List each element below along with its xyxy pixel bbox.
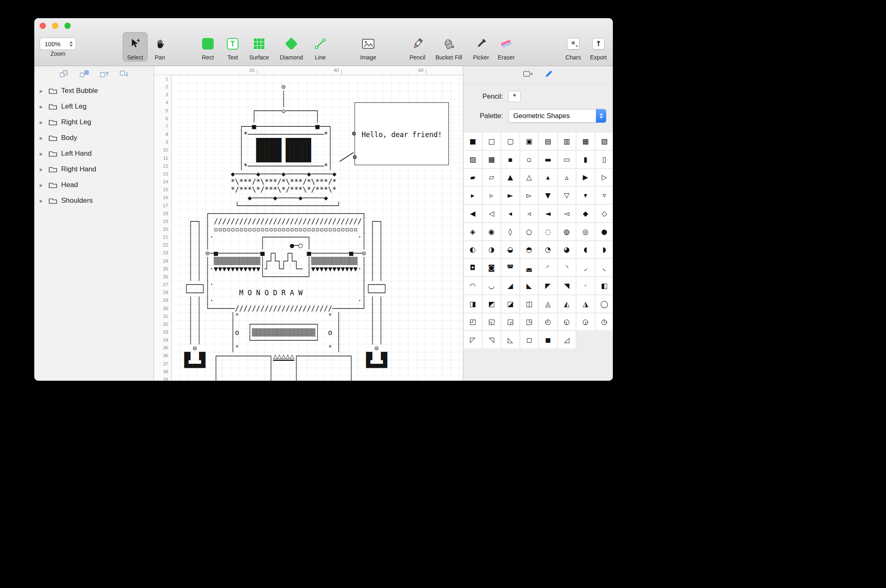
palette-shape-cell[interactable]: ◼	[538, 331, 557, 349]
palette-shape-cell[interactable]: ◥	[557, 277, 576, 295]
group-button[interactable]	[59, 69, 70, 80]
palette-shape-cell[interactable]: ●	[595, 223, 613, 241]
palette-shape-cell[interactable]: ◎	[576, 223, 595, 241]
palette-shape-cell[interactable]: ◬	[538, 295, 557, 313]
palette-shape-cell[interactable]: □	[482, 132, 501, 150]
palette-shape-cell[interactable]: ◹	[482, 331, 501, 349]
palette-shape-cell[interactable]: ▵	[557, 168, 576, 187]
palette-shape-cell[interactable]: ■	[463, 132, 482, 150]
tool-surface[interactable]: Surface	[241, 34, 277, 61]
palette-shape-cell[interactable]: ◢	[501, 277, 520, 295]
palette-shape-cell[interactable]: ◜	[538, 258, 557, 277]
palette-shape-cell[interactable]: ◓	[520, 241, 539, 259]
palette-shape-cell[interactable]: ▮	[576, 150, 595, 168]
palette-shape-cell[interactable]: ◩	[482, 295, 501, 313]
palette-shape-cell[interactable]: ◌	[538, 223, 557, 241]
layer-row[interactable]: ▶Left Leg	[34, 99, 154, 114]
tool-eraser[interactable]: Eraser	[488, 34, 524, 61]
palette-shape-cell[interactable]: ◀	[463, 204, 482, 223]
disclosure-triangle-icon[interactable]: ▶	[40, 136, 45, 140]
palette-shape-cell[interactable]: ◒	[501, 241, 520, 259]
palette-shape-cell[interactable]: ◉	[482, 223, 501, 241]
disclosure-triangle-icon[interactable]: ▶	[40, 120, 45, 125]
zoom-control[interactable]: 100%	[40, 38, 76, 50]
palette-shape-cell[interactable]: ◕	[557, 241, 576, 259]
bubble-handle[interactable]	[352, 132, 356, 135]
palette-shape-cell[interactable]: ▴	[538, 168, 557, 187]
palette-shape-cell[interactable]: ◵	[557, 313, 576, 331]
disclosure-triangle-icon[interactable]: ▶	[40, 167, 45, 172]
palette-shape-cell[interactable]: ◳	[520, 313, 539, 331]
palette-shape-cell[interactable]: △	[520, 168, 539, 187]
palette-shape-cell[interactable]: ▶	[576, 168, 595, 187]
palette-shape-cell[interactable]: ▻	[520, 186, 539, 204]
palette-shape-cell[interactable]: ◆	[576, 204, 595, 223]
palette-shape-cell[interactable]: ◖	[576, 241, 595, 259]
palette-shape-cell[interactable]: ▫	[520, 150, 539, 168]
inspector-tab-object[interactable]	[523, 70, 534, 80]
palette-shape-cell[interactable]: ◃	[520, 204, 539, 223]
palette-shape-cell[interactable]: ▽	[557, 186, 576, 204]
palette-shape-cell[interactable]: ▼	[538, 186, 557, 204]
palette-shape-cell[interactable]: ◄	[538, 204, 557, 223]
palette-shape-cell[interactable]: ▸	[463, 186, 482, 204]
palette-shape-cell[interactable]: ◙	[482, 258, 501, 277]
palette-shape-cell[interactable]: ◚	[501, 258, 520, 277]
bring-forward-button[interactable]	[99, 69, 110, 80]
palette-shape-cell[interactable]: ◗	[595, 241, 613, 259]
pencil-char-well[interactable]: *	[508, 91, 521, 102]
inspector-tab-style-pencil-icon[interactable]	[544, 69, 553, 80]
layer-row[interactable]: ▶Text Bubble	[34, 83, 154, 99]
palette-shape-cell[interactable]: ◞	[576, 258, 595, 277]
zoom-stepper-icon[interactable]	[69, 41, 73, 47]
palette-shape-cell[interactable]: ◐	[463, 241, 482, 259]
palette-shape-cell[interactable]: ◟	[595, 258, 613, 277]
palette-shape-cell[interactable]: ◮	[576, 295, 595, 313]
tool-pencil[interactable]: Pencil	[399, 34, 436, 61]
layer-row[interactable]: ▶Right Leg	[34, 114, 154, 130]
palette-shape-cell[interactable]: ▯	[595, 150, 613, 168]
palette-shape-cell[interactable]: ►	[501, 186, 520, 204]
palette-shape-cell[interactable]: ▾	[576, 186, 595, 204]
disclosure-triangle-icon[interactable]: ▶	[40, 89, 45, 93]
tool-export[interactable]: ↑ Export	[580, 34, 613, 61]
palette-shape-cell[interactable]: ▪	[501, 150, 520, 168]
tool-image[interactable]: Image	[350, 34, 386, 61]
palette-shape-cell[interactable]: ▩	[482, 150, 501, 168]
palette-shape-cell[interactable]: ◅	[557, 204, 576, 223]
palette-shape-cell[interactable]: ◴	[538, 313, 557, 331]
palette-shape-cell[interactable]: ▹	[482, 186, 501, 204]
ungroup-button[interactable]	[79, 69, 90, 80]
tool-bucket-fill[interactable]: Bucket Fill	[431, 34, 467, 61]
palette-shape-cell[interactable]: ◭	[557, 295, 576, 313]
minimize-button[interactable]	[52, 23, 58, 29]
palette-shape-cell[interactable]: ◺	[501, 331, 520, 349]
send-backward-button[interactable]	[119, 69, 129, 80]
palette-shape-cell[interactable]: ◦	[576, 277, 595, 295]
palette-shape-cell[interactable]: ○	[520, 223, 539, 241]
palette-shape-cell[interactable]: ◧	[595, 277, 613, 295]
palette-shape-cell[interactable]: ◪	[501, 295, 520, 313]
text-bubble[interactable]: Hello, dear friend!	[355, 102, 449, 165]
bubble-handle[interactable]	[353, 155, 357, 159]
palette-shape-cell[interactable]: ▢	[501, 132, 520, 150]
disclosure-triangle-icon[interactable]: ▶	[40, 152, 45, 156]
disclosure-triangle-icon[interactable]: ▶	[40, 183, 45, 187]
palette-shape-cell[interactable]: ◍	[557, 223, 576, 241]
layer-row[interactable]: ▶Shoulders	[34, 193, 154, 209]
palette-shape-cell[interactable]: ◔	[538, 241, 557, 259]
tool-line[interactable]: Line	[302, 34, 338, 61]
palette-shape-cell[interactable]: ◣	[520, 277, 539, 295]
palette-shape-cell[interactable]: ▭	[557, 150, 576, 168]
palette-shape-cell[interactable]: ▬	[538, 150, 557, 168]
palette-shape-cell[interactable]: ◡	[482, 277, 501, 295]
palette-shape-cell[interactable]: ◻	[520, 331, 539, 349]
palette-shape-cell[interactable]: ◱	[482, 313, 501, 331]
layer-row[interactable]: ▶Head	[34, 177, 154, 193]
palette-shape-cell[interactable]: ▷	[595, 168, 613, 187]
layer-row[interactable]: ▶Body	[34, 130, 154, 146]
palette-shape-cell[interactable]: ◰	[463, 313, 482, 331]
palette-shape-cell[interactable]: ▤	[538, 132, 557, 150]
palette-shape-cell[interactable]: ▣	[520, 132, 539, 150]
palette-shape-cell[interactable]: ◷	[595, 313, 613, 331]
